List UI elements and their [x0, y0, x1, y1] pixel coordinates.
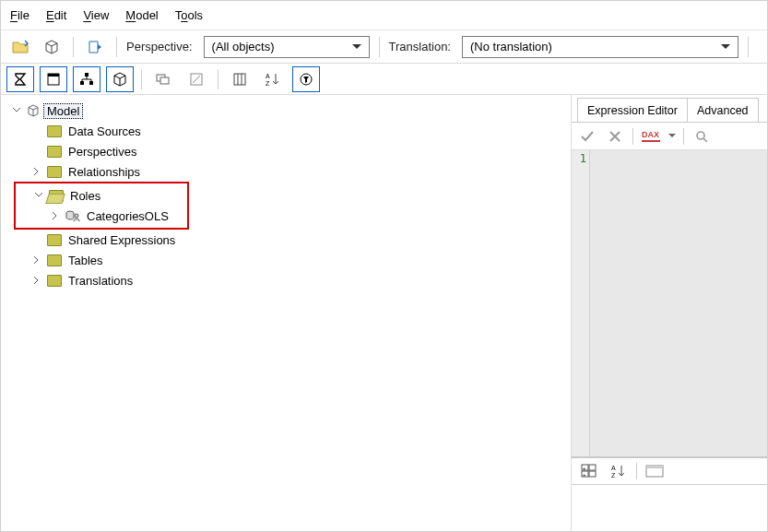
editor-toolbar: DAX — [572, 123, 767, 150]
editor-area[interactable] — [590, 150, 767, 456]
folders-icon[interactable] — [149, 66, 177, 92]
columns3-icon[interactable] — [226, 66, 254, 92]
folder-icon — [47, 234, 62, 246]
toolbar-separator — [218, 69, 219, 89]
cancel-icon[interactable] — [605, 126, 625, 147]
main-split: Model Data Sources Perspectiv — [1, 95, 767, 531]
menu-file[interactable]: File — [10, 8, 30, 22]
tree-label: Shared Expressions — [65, 233, 178, 247]
sigma-icon[interactable] — [6, 66, 34, 92]
caret-down-icon — [721, 44, 730, 50]
svg-text:+: + — [583, 472, 586, 478]
chevron-right-icon[interactable] — [30, 165, 43, 178]
menu-view[interactable]: View — [83, 8, 109, 22]
svg-text:Z: Z — [611, 472, 616, 479]
highlight-box: Roles CategoriesOLS — [14, 182, 189, 230]
main-toolbar: Perspective: (All objects) Translation: … — [1, 30, 767, 64]
perspective-value: (All objects) — [212, 40, 275, 53]
line-number: 1 — [580, 152, 586, 165]
svg-rect-6 — [160, 77, 169, 84]
tree-label: Data Sources — [65, 124, 144, 138]
chevron-right-icon[interactable] — [49, 209, 62, 222]
perspective-combo[interactable]: (All objects) — [204, 36, 370, 58]
model-tree-panel: Model Data Sources Perspectiv — [1, 95, 572, 531]
svg-text:Z: Z — [266, 80, 270, 87]
accept-icon[interactable] — [577, 126, 597, 147]
open-folder-icon[interactable] — [8, 35, 32, 59]
folder-icon — [47, 146, 62, 158]
tree-node-data-sources[interactable]: Data Sources — [10, 121, 567, 141]
folder-icon — [47, 125, 62, 137]
editor-gutter: 1 — [572, 150, 590, 456]
categorized-icon[interactable]: ++ — [577, 461, 601, 481]
folder-icon — [47, 275, 62, 287]
menu-tools[interactable]: Tools — [175, 8, 203, 22]
toolbar-separator — [116, 37, 117, 57]
tree-label-model: Model — [43, 103, 83, 119]
menu-model[interactable]: Model — [125, 8, 158, 22]
model-tree[interactable]: Model Data Sources Perspectiv — [10, 100, 567, 290]
svg-text:A: A — [611, 465, 616, 471]
chevron-down-icon[interactable] — [10, 104, 23, 117]
right-tabs: Expression Editor Advanced — [572, 95, 767, 123]
cube-outline-icon[interactable] — [106, 66, 134, 92]
translation-value: (No translation) — [470, 40, 552, 53]
filter-icon[interactable] — [292, 66, 320, 92]
properties-panel: ++ AZ — [572, 457, 767, 531]
svg-text:+: + — [583, 466, 586, 471]
chevron-right-icon[interactable] — [30, 254, 43, 266]
search-icon[interactable] — [691, 126, 712, 147]
tree-node-shared-expressions[interactable]: Shared Expressions — [10, 230, 567, 250]
caret-down-icon[interactable] — [668, 134, 676, 139]
perspective-label: Perspective: — [126, 40, 193, 53]
tab-advanced[interactable]: Advanced — [687, 98, 759, 122]
chevron-down-icon[interactable] — [32, 189, 45, 202]
tab-label: Expression Editor — [587, 104, 678, 117]
hierarchy-icon[interactable] — [73, 66, 100, 92]
svg-text:A: A — [266, 73, 270, 79]
tree-node-model[interactable]: Model — [10, 100, 567, 121]
alphabetical-icon[interactable]: AZ — [607, 461, 631, 481]
tree-node-relationships[interactable]: Relationships — [10, 161, 567, 182]
tree-node-roles[interactable]: Roles — [16, 185, 187, 206]
sort-az-icon[interactable]: AZ — [259, 66, 287, 92]
translation-label: Translation: — [389, 40, 451, 53]
properties-grid[interactable] — [572, 484, 767, 531]
right-panel: Expression Editor Advanced DAX 1 — [572, 95, 767, 531]
translation-combo[interactable]: (No translation) — [462, 36, 738, 58]
toolbar-separator — [141, 69, 142, 89]
separator — [632, 128, 633, 145]
tree-node-translations[interactable]: Translations — [10, 270, 567, 290]
property-page-icon[interactable] — [643, 461, 667, 481]
cube-icon[interactable] — [40, 35, 64, 59]
tree-label: Relationships — [65, 165, 143, 179]
folder-open-icon — [49, 190, 64, 202]
expression-editor[interactable]: 1 — [572, 150, 767, 457]
svg-rect-2 — [85, 73, 89, 77]
folder-icon — [47, 166, 62, 178]
deploy-icon[interactable] — [83, 35, 107, 59]
measure-icon[interactable] — [183, 66, 210, 92]
svg-rect-24 — [646, 466, 663, 468]
toolbar-separator — [379, 37, 380, 57]
tree-node-perspectives[interactable]: Perspectives — [10, 141, 567, 161]
tab-expression-editor[interactable]: Expression Editor — [577, 98, 688, 122]
view-toolbar: AZ — [1, 64, 767, 95]
separator — [683, 128, 684, 145]
menu-edit[interactable]: Edit — [46, 8, 66, 22]
chevron-right-icon[interactable] — [30, 274, 43, 287]
svg-rect-4 — [89, 81, 93, 85]
svg-point-13 — [75, 214, 78, 218]
tab-label: Advanced — [697, 104, 749, 117]
caret-down-icon — [352, 44, 361, 50]
svg-rect-16 — [589, 465, 596, 470]
svg-rect-3 — [80, 81, 84, 85]
tree-label: Translations — [65, 274, 136, 288]
folder-icon — [47, 254, 62, 266]
tree-node-tables[interactable]: Tables — [10, 250, 567, 270]
column-header-icon[interactable] — [40, 66, 67, 92]
svg-rect-8 — [234, 74, 245, 85]
tree-node-categoriesols[interactable]: CategoriesOLS — [16, 206, 187, 226]
role-icon — [65, 209, 80, 222]
dax-format-icon[interactable]: DAX — [641, 126, 661, 147]
